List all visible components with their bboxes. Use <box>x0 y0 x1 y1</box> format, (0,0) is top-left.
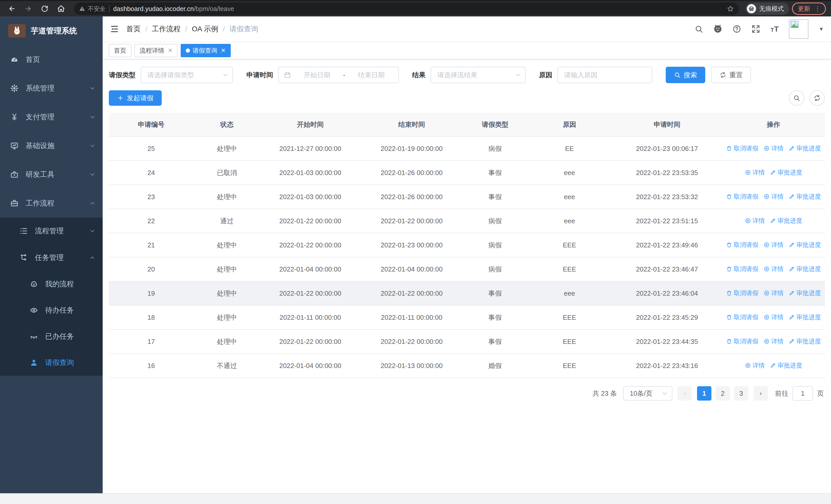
table-row[interactable]: 21处理中2022-01-22 00:00:002022-01-23 00:00… <box>109 233 825 257</box>
detail-link[interactable]: 详情 <box>745 216 765 225</box>
approval-progress-link[interactable]: 审批进度 <box>789 313 821 321</box>
page-button-2[interactable]: 2 <box>716 386 730 401</box>
sidebar-item-workflow[interactable]: 工作流程 <box>0 189 103 217</box>
detail-link[interactable]: 详情 <box>764 337 783 346</box>
toggle-search-button[interactable] <box>789 90 804 106</box>
table-row[interactable]: 20处理中2022-01-04 00:00:002022-01-04 00:00… <box>109 257 825 281</box>
cancel-leave-link[interactable]: 取消请假 <box>726 337 758 346</box>
cell-start: 2022-01-22 00:00:00 <box>260 233 360 257</box>
result-select[interactable]: 请选择流结果 <box>431 67 525 83</box>
refresh-table-button[interactable] <box>809 90 825 106</box>
breadcrumb-item[interactable]: OA 示例 <box>192 24 219 34</box>
avatar[interactable] <box>789 19 808 39</box>
github-icon[interactable] <box>713 25 722 33</box>
leave-type-select[interactable]: 请选择请假类型 <box>141 67 233 83</box>
browser-reload-button[interactable] <box>38 2 51 16</box>
approval-progress-link[interactable]: 审批进度 <box>789 144 821 152</box>
search-button[interactable]: 搜索 <box>666 67 705 83</box>
help-icon[interactable] <box>733 25 741 33</box>
fullscreen-icon[interactable] <box>751 25 760 33</box>
detail-link[interactable]: 详情 <box>764 144 783 152</box>
kebab-menu-icon[interactable]: ⋮ <box>814 5 821 13</box>
table-row[interactable]: 17处理中2022-01-22 00:00:002022-01-22 00:00… <box>109 329 825 354</box>
approval-progress-link[interactable]: 审批进度 <box>770 361 802 369</box>
table-row[interactable]: 25处理中2021-12-27 00:00:002022-01-19 00:00… <box>109 137 825 161</box>
detail-link[interactable]: 详情 <box>745 361 765 369</box>
approval-progress-link[interactable]: 审批进度 <box>789 337 821 346</box>
sidebar-item-task-mgmt[interactable]: 任务管理 <box>0 244 103 271</box>
approval-progress-link[interactable]: 审批进度 <box>789 241 821 249</box>
cell-start: 2022-01-03 00:00:00 <box>260 161 360 185</box>
address-bar[interactable]: 不安全 dashboard.yudao.iocoder.cn/bpm/oa/le… <box>74 3 739 15</box>
reason-input[interactable] <box>564 71 646 79</box>
sidebar-item-done-tasks[interactable]: 已办任务 <box>0 323 103 350</box>
table-row[interactable]: 19处理中2022-01-22 00:00:002022-01-22 00:00… <box>109 281 825 305</box>
approval-progress-link[interactable]: 审批进度 <box>789 265 821 273</box>
sidebar-item-label: 我的流程 <box>45 279 95 289</box>
cancel-leave-link[interactable]: 取消请假 <box>726 144 758 152</box>
cancel-leave-link[interactable]: 取消请假 <box>726 289 758 297</box>
breadcrumb-separator: / <box>145 25 147 33</box>
approval-progress-link[interactable]: 审批进度 <box>770 216 802 225</box>
security-status[interactable]: 不安全 <box>79 5 106 13</box>
browser-update-menu[interactable]: 更新 ⋮ <box>792 3 826 15</box>
apply-time-range-picker[interactable]: 开始日期 - 结束日期 <box>278 67 399 83</box>
cancel-leave-link[interactable]: 取消请假 <box>726 192 758 201</box>
prev-page-button[interactable]: ‹ <box>678 386 692 401</box>
page-button-1[interactable]: 1 <box>697 386 711 401</box>
detail-link[interactable]: 详情 <box>764 241 783 249</box>
page-size-select[interactable]: 10条/页 <box>623 386 672 401</box>
browser-back-button[interactable] <box>5 2 19 16</box>
detail-label: 详情 <box>771 313 783 321</box>
bookmark-star-icon[interactable] <box>727 5 734 12</box>
sidebar-logo[interactable]: 芋道管理系统 <box>0 17 103 45</box>
approval-progress-link[interactable]: 审批进度 <box>789 289 821 297</box>
detail-link[interactable]: 详情 <box>764 289 783 297</box>
sidebar-item-leave-query[interactable]: 请假查询 <box>0 350 103 376</box>
table-row[interactable]: 23处理中2022-01-03 00:00:002022-01-26 00:00… <box>109 185 825 209</box>
breadcrumb-item[interactable]: 首页 <box>126 24 141 34</box>
cancel-leave-link[interactable]: 取消请假 <box>726 313 758 321</box>
page-button-3[interactable]: 3 <box>734 386 748 401</box>
create-leave-button[interactable]: 发起请假 <box>109 90 162 106</box>
browser-home-button[interactable] <box>54 2 68 16</box>
sidebar-item-infra[interactable]: 基础设施 <box>0 131 103 160</box>
detail-link[interactable]: 详情 <box>764 192 783 201</box>
close-icon[interactable]: ✕ <box>168 47 172 54</box>
avatar-caret-icon[interactable]: ▼ <box>819 26 824 32</box>
approval-progress-link[interactable]: 审批进度 <box>770 168 802 177</box>
scrollbar-track[interactable] <box>0 493 831 504</box>
sidebar-item-payment[interactable]: 支付管理 <box>0 102 103 131</box>
sidebar-item-my-process[interactable]: 我的流程 <box>0 271 103 297</box>
breadcrumb-item[interactable]: 工作流程 <box>152 24 181 34</box>
sidebar-item-dev-tools[interactable]: 研发工具 <box>0 160 103 189</box>
detail-link[interactable]: 详情 <box>764 265 783 273</box>
browser-forward-button[interactable] <box>22 2 35 16</box>
close-icon[interactable]: ✕ <box>221 47 225 54</box>
header-search-icon[interactable] <box>694 25 703 33</box>
cancel-leave-link[interactable]: 取消请假 <box>726 241 758 249</box>
sidebar-item-process-mgmt[interactable]: 流程管理 <box>0 217 103 244</box>
goto-page-input[interactable] <box>793 386 813 401</box>
sidebar-menu: 首页系统管理支付管理基础设施研发工具工作流程流程管理任务管理我的流程待办任务已办… <box>0 45 103 493</box>
sidebar-fold-button[interactable] <box>110 24 119 34</box>
cancel-leave-link[interactable]: 取消请假 <box>726 265 758 273</box>
update-label: 更新 <box>798 5 810 13</box>
table-row[interactable]: 22通过2022-01-22 00:00:002022-01-22 00:00:… <box>109 209 825 233</box>
detail-link[interactable]: 详情 <box>764 313 783 321</box>
table-row[interactable]: 18处理中2022-01-11 00:00:002022-01-11 00:00… <box>109 305 825 329</box>
sidebar-item-home[interactable]: 首页 <box>0 45 103 74</box>
table-row[interactable]: 16不通过2022-01-04 00:00:002022-01-13 00:00… <box>109 354 825 378</box>
font-size-icon[interactable]: TT <box>770 25 779 33</box>
tab-process-detail[interactable]: 流程详情✕ <box>135 44 178 57</box>
tab-leave-query[interactable]: 请假查询✕ <box>181 44 230 57</box>
reset-button[interactable]: 重置 <box>711 67 751 83</box>
table-row[interactable]: 24已取消2022-01-03 00:00:002022-01-26 00:00… <box>109 161 825 185</box>
tab-home[interactable]: 首页 <box>109 44 132 57</box>
detail-link[interactable]: 详情 <box>745 168 765 177</box>
next-page-button[interactable]: › <box>753 386 768 401</box>
approval-progress-link[interactable]: 审批进度 <box>789 192 821 201</box>
briefcase-icon <box>10 199 19 207</box>
sidebar-item-todo-tasks[interactable]: 待办任务 <box>0 297 103 323</box>
sidebar-item-system[interactable]: 系统管理 <box>0 74 103 102</box>
